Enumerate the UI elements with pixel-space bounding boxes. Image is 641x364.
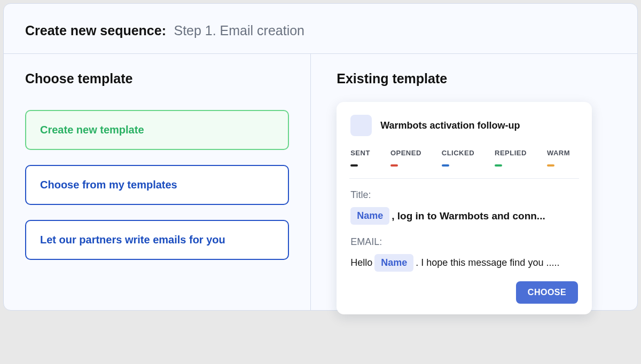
stat-clicked: CLICKED <box>442 149 474 167</box>
wizard-step-label: Step 1. Email creation <box>174 23 304 38</box>
stat-sent-value-dash <box>350 164 358 167</box>
template-email-preview: Hello Name . I hope this message find yo… <box>350 254 578 272</box>
template-preview-card: Warmbots activation follow-up SENT OPENE… <box>337 102 592 314</box>
template-thumbnail-icon <box>350 115 372 136</box>
stat-sent: SENT <box>350 149 370 167</box>
choose-template-button[interactable]: CHOOSE <box>516 281 578 304</box>
template-title-preview: Name , log in to Warmbots and conn... <box>350 207 578 225</box>
stat-clicked-label: CLICKED <box>442 149 474 157</box>
stat-replied-label: REPLIED <box>495 149 527 157</box>
template-email-prefix: Hello <box>350 257 372 268</box>
template-title-text: , log in to Warmbots and conn... <box>392 210 545 222</box>
template-email-rest: . I hope this message find you ..... <box>416 257 559 268</box>
stat-replied-value-dash <box>495 164 502 167</box>
template-title-label: Title: <box>350 189 578 201</box>
template-name: Warmbots activation follow-up <box>380 120 520 131</box>
stat-sent-label: SENT <box>350 149 370 157</box>
choose-from-my-templates-option[interactable]: Choose from my templates <box>25 165 289 205</box>
template-email-label: EMAIL: <box>350 236 578 248</box>
wizard-body: Choose template Create new template Choo… <box>4 54 637 310</box>
stat-opened-value-dash <box>390 164 398 167</box>
stat-warm: WARM <box>547 149 570 167</box>
create-new-template-option[interactable]: Create new template <box>25 110 289 150</box>
wizard-header: Create new sequence: Step 1. Email creat… <box>4 4 637 54</box>
existing-template-heading: Existing template <box>337 71 616 86</box>
choose-template-heading: Choose template <box>25 71 289 86</box>
card-divider <box>349 178 579 179</box>
choose-template-panel: Choose template Create new template Choo… <box>4 54 311 310</box>
template-card-header: Warmbots activation follow-up <box>350 115 578 136</box>
template-card-footer: CHOOSE <box>350 281 578 304</box>
stat-opened: OPENED <box>390 149 421 167</box>
merge-token-name: Name <box>374 254 413 272</box>
stat-warm-label: WARM <box>547 149 570 157</box>
stat-opened-label: OPENED <box>390 149 421 157</box>
stat-warm-value-dash <box>547 164 554 167</box>
template-stats-row: SENT OPENED CLICKED REPLIED <box>350 149 578 167</box>
existing-template-panel: Existing template Warmbots activation fo… <box>311 54 637 310</box>
sequence-wizard-panel: Create new sequence: Step 1. Email creat… <box>3 3 638 311</box>
stat-clicked-value-dash <box>442 164 449 167</box>
merge-token-name: Name <box>350 207 389 225</box>
stat-replied: REPLIED <box>495 149 527 167</box>
wizard-title: Create new sequence: <box>25 23 166 38</box>
partners-write-emails-option[interactable]: Let our partners write emails for you <box>25 220 289 260</box>
